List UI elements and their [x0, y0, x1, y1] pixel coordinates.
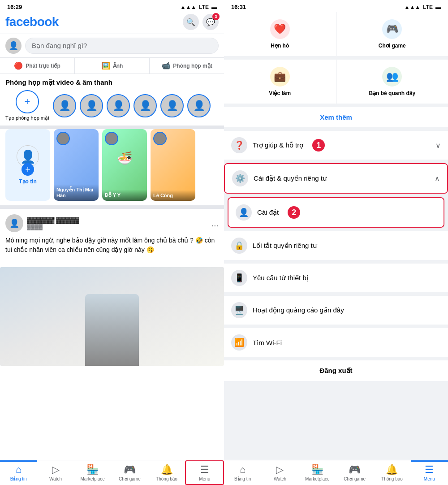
room-avatar-3: 👤 [107, 94, 130, 117]
facebook-logo: facebook [5, 15, 59, 29]
logout-button[interactable]: Đăng xuất [224, 360, 448, 381]
create-room-label: Tạo phòng họp mặt [5, 115, 49, 121]
messenger-button[interactable]: 💬 3 [202, 14, 219, 30]
dating-icon-box: ❤️ [270, 19, 290, 39]
room-icon: 📹 [161, 61, 170, 70]
right-home-icon: ⌂ [240, 464, 246, 476]
post-image-bg [0, 267, 224, 366]
menu-item-game-right[interactable]: 🎮 Chơi game [336, 12, 448, 56]
story-label-3: Lê Công [151, 190, 195, 201]
nav-gaming-label: Chơi game [119, 476, 141, 481]
live-icon: 🔴 [14, 61, 23, 70]
settings-sub-row[interactable]: 👤 Cài đặt 2 [228, 198, 444, 227]
left-bottom-nav: ⌂ Bảng tin ▷ Watch 🏪 Marketplace 🎮 Chơi … [0, 460, 224, 485]
right-nav-home[interactable]: ⌂ Bảng tin [224, 460, 261, 485]
jobs-icon-box: 💼 [270, 67, 290, 87]
create-story-card[interactable]: 👤 + Tạo tin [5, 129, 50, 201]
right-battery-icon: ▬ [435, 4, 441, 10]
search-button[interactable]: 🔍 [183, 14, 199, 30]
post-more-button[interactable]: ... [211, 218, 219, 229]
nav-home-label: Bảng tin [10, 476, 27, 481]
add-story-button[interactable]: + [22, 163, 34, 176]
menu-grid-bottom: 💼 Việc làm 👥 Bạn bè quanh đây [224, 60, 448, 104]
privacy-shortcut-left: 🔒 Lối tắt quyền riêng tư [231, 238, 317, 254]
header-icons: 🔍 💬 3 [183, 14, 219, 30]
marketplace-icon: 🏪 [86, 464, 99, 476]
story-avatar-1 [56, 132, 70, 145]
left-panel: 16:29 ▲▲▲ LTE ▬ facebook 🔍 💬 3 👤 Bạn đan… [0, 0, 224, 485]
menu-item-dating[interactable]: ❤️ Hẹn hò [224, 12, 336, 56]
nav-notifications[interactable]: 🔔 Thông báo [148, 460, 185, 485]
create-story-content: 👤 + Tạo tin [5, 129, 50, 201]
see-more-button[interactable]: Xem thêm [224, 107, 448, 127]
right-marketplace-icon: 🏪 [311, 464, 323, 476]
ad-activity-label: Hoạt động quảng cáo gần đây [253, 306, 344, 314]
story-card-2[interactable]: 🍜 Đỗ Y Y [102, 129, 147, 201]
wifi-section: 📶 Tìm Wi-Fi [224, 328, 448, 357]
help-row-left: ❓ Trợ giúp & hỗ trợ 1 [231, 137, 325, 153]
step1-badge: 1 [312, 139, 325, 152]
create-room-circle[interactable]: + [16, 90, 39, 113]
nav-menu-label: Menu [199, 476, 210, 481]
right-nav-watch[interactable]: ▷ Watch [261, 460, 298, 485]
privacy-shortcut-row[interactable]: 🔒 Lối tắt quyền riêng tư [224, 231, 448, 260]
network-label: LTE [199, 4, 209, 10]
live-label: Phát trực tiếp [26, 63, 60, 69]
device-request-left: 📱 Yêu cầu từ thiết bị [231, 270, 308, 286]
post-user-name: ▓▓▓▓▓▓ ▓▓▓▓▓ [27, 217, 79, 224]
story-emoji: 🍜 [117, 151, 133, 165]
action-buttons: 🔴 Phát trực tiếp 🖼️ Ảnh 📹 Phòng họp mặt [0, 58, 224, 74]
composer-input[interactable]: Bạn đang nghĩ gì? [25, 38, 219, 54]
ad-icon: 🖥️ [231, 302, 247, 318]
nav-menu[interactable]: ☰ Menu [185, 460, 224, 485]
right-nav-notifications[interactable]: 🔔 Thông báo [373, 460, 410, 485]
post-header: 👤 ▓▓▓▓▓▓ ▓▓▓▓▓ ▓▓▓▓ ... [5, 214, 219, 232]
create-room-button[interactable]: + Tạo phòng họp mặt [5, 90, 49, 121]
ad-activity-row[interactable]: 🖥️ Hoạt động quảng cáo gần đây [224, 296, 448, 325]
room-title: Phòng họp mặt video & âm thanh [5, 78, 219, 87]
battery-icon: ▬ [211, 4, 217, 10]
live-button[interactable]: 🔴 Phát trực tiếp [0, 58, 75, 74]
photo-button[interactable]: 🖼️ Ảnh [75, 58, 150, 74]
post-avatar-icon: 👤 [9, 218, 19, 228]
device-request-row[interactable]: 📱 Yêu cầu từ thiết bị [224, 264, 448, 292]
right-nav-gaming[interactable]: 🎮 Chơi game [336, 460, 373, 485]
settings-privacy-row[interactable]: ⚙️ Cài đặt & quyền riêng tư ∧ [225, 164, 447, 193]
settings-privacy-section: ⚙️ Cài đặt & quyền riêng tư ∧ [224, 163, 448, 194]
nav-watch[interactable]: ▷ Watch [37, 460, 74, 485]
story-avatar-3 [153, 132, 167, 145]
story-card-3[interactable]: Lê Công [151, 129, 195, 201]
post: 👤 ▓▓▓▓▓▓ ▓▓▓▓▓ ▓▓▓▓ ... Mó ning mọi ngừ,… [0, 209, 224, 264]
settings-privacy-inner: ⚙️ Cài đặt & quyền riêng tư ∧ [225, 164, 447, 193]
stories-row: 👤 + Tạo tin Nguyễn Thị Mai Hân 🍜 [5, 129, 219, 201]
nearby-label: Bạn bè quanh đây [369, 90, 415, 96]
story-card-1[interactable]: Nguyễn Thị Mai Hân [54, 129, 99, 201]
nav-gaming[interactable]: 🎮 Chơi game [111, 460, 148, 485]
help-row[interactable]: ❓ Trợ giúp & hỗ trợ 1 ∨ [224, 131, 448, 160]
settings-sub-left: 👤 Cài đặt 2 [236, 204, 300, 221]
menu-item-nearby[interactable]: 👥 Bạn bè quanh đây [336, 60, 448, 104]
help-chevron: ∨ [435, 141, 441, 150]
fb-header: facebook 🔍 💬 3 [0, 12, 224, 34]
right-nav-marketplace[interactable]: 🏪 Marketplace [299, 460, 336, 485]
home-icon: ⌂ [16, 464, 22, 476]
post-composer: 👤 Bạn đang nghĩ gì? [0, 34, 224, 58]
settings-privacy-label: Cài đặt & quyền riêng tư [254, 174, 327, 182]
post-text: Mó ning mọi ngừ, nghe bảo dậy giờ này mố… [5, 236, 219, 255]
post-image [0, 267, 224, 366]
menu-scroll[interactable]: ❤️ Hẹn hò 🎮 Chơi game 💼 Việc làm 👥 Bạn b… [224, 12, 448, 485]
room-label: Phòng họp mặt [173, 63, 212, 69]
settings-chevron: ∧ [435, 174, 440, 183]
story-label-1: Nguyễn Thị Mai Hân [54, 184, 99, 201]
wifi-row[interactable]: 📶 Tìm Wi-Fi [224, 328, 448, 357]
left-status-icons: ▲▲▲ LTE ▬ [181, 4, 217, 10]
room-avatar-2: 👤 [80, 94, 103, 117]
room-button[interactable]: 📹 Phòng họp mặt [150, 58, 224, 74]
settings-icon: ⚙️ [232, 170, 248, 186]
right-nav-menu[interactable]: ☰ Menu [411, 460, 448, 485]
menu-item-jobs[interactable]: 💼 Việc làm [224, 60, 336, 104]
room-avatar-6: 👤 [187, 94, 211, 117]
nav-marketplace[interactable]: 🏪 Marketplace [74, 460, 111, 485]
nav-home[interactable]: ⌂ Bảng tin [0, 460, 37, 485]
settings-sub-label: Cài đặt [257, 208, 279, 217]
